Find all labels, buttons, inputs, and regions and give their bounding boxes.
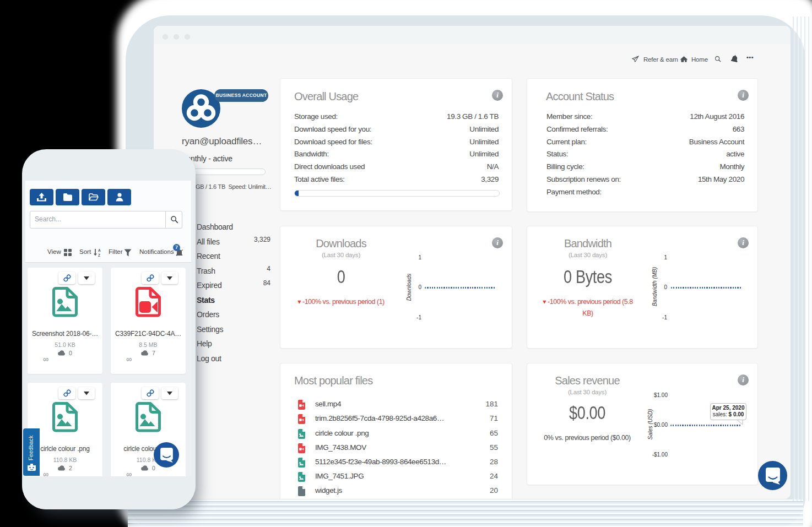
svg-text:Z: Z bbox=[98, 253, 100, 257]
svg-text:A: A bbox=[98, 248, 101, 252]
